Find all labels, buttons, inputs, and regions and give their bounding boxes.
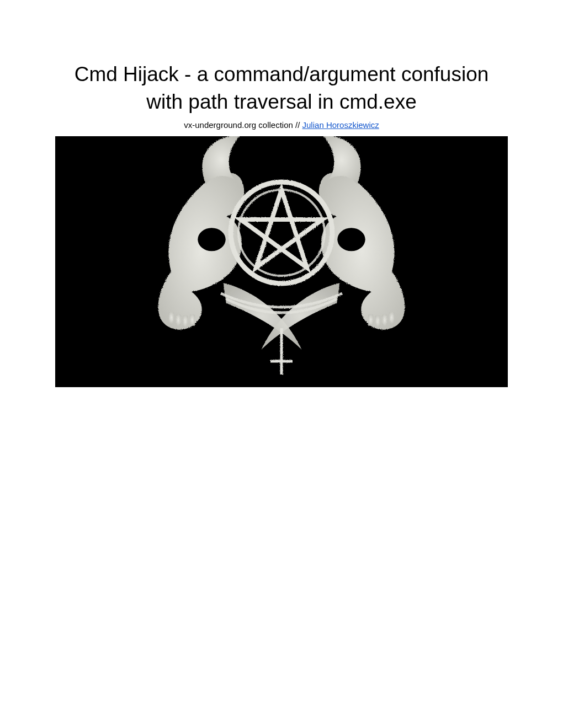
author-link[interactable]: Julian Horoszkiewicz bbox=[302, 120, 379, 130]
hero-image bbox=[55, 136, 508, 387]
page-title: Cmd Hijack - a command/argument confusio… bbox=[55, 61, 508, 116]
byline: vx-underground.org collection // Julian … bbox=[55, 120, 508, 130]
skulls-pentagram-cross-icon bbox=[55, 136, 508, 387]
byline-prefix: vx-underground.org collection // bbox=[184, 120, 302, 130]
